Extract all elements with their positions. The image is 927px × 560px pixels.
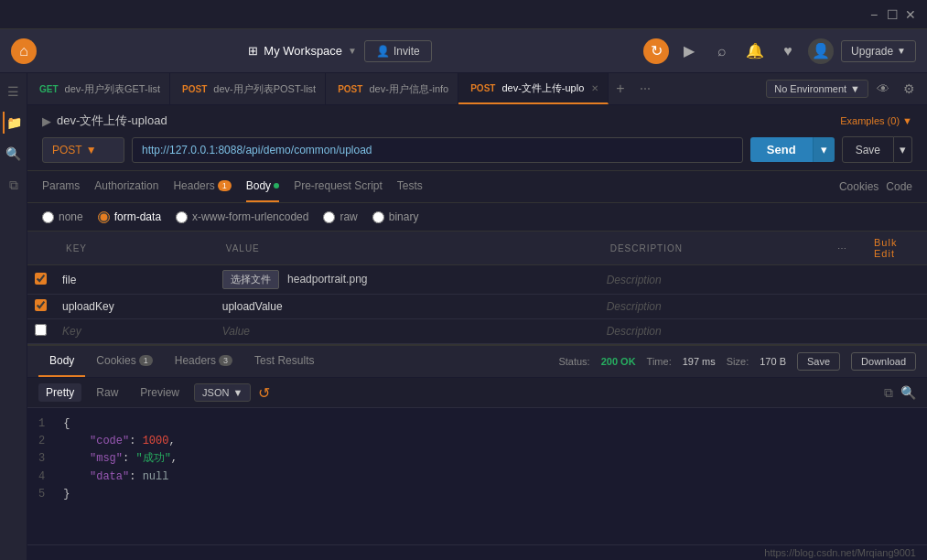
tab-body[interactable]: Body	[246, 171, 279, 202]
sidebar-item-history[interactable]: ⧉	[3, 174, 25, 196]
send-button[interactable]: Send	[750, 137, 813, 162]
navbar-left: ⌂	[11, 38, 37, 64]
json-line-2: 2 "code": 1000,	[38, 433, 916, 450]
tab-pre-request[interactable]: Pre-request Script	[294, 171, 383, 202]
sync-icon[interactable]: ↻	[643, 38, 669, 64]
footer-url: https://blog.csdn.net/Mrqiang9001	[27, 544, 927, 560]
option-binary[interactable]: binary	[372, 210, 419, 223]
json-line-5: 5 }	[38, 486, 916, 503]
radio-urlencoded[interactable]	[176, 211, 188, 223]
language-chevron: ▼	[232, 387, 243, 398]
navbar-center: ⊞ My Workspace ▼ 👤 Invite	[37, 40, 643, 62]
restore-button[interactable]: ☐	[883, 5, 901, 24]
examples-link[interactable]: Examples (0) ▼	[840, 115, 912, 126]
workspace-selector[interactable]: ⊞ My Workspace ▼	[248, 44, 357, 58]
user-avatar[interactable]: 👤	[808, 38, 834, 64]
upgrade-chevron: ▼	[897, 46, 906, 56]
file-select-button[interactable]: 选择文件	[222, 270, 279, 289]
tab-headers[interactable]: Headers 1	[173, 171, 231, 202]
url-input[interactable]: http://127.0.0.1:8088/api/demo/common/up…	[132, 137, 743, 163]
cookies-link[interactable]: Cookies	[839, 180, 878, 193]
tab-close-icon[interactable]: ✕	[591, 83, 598, 93]
method-selector[interactable]: POST ▼	[42, 137, 124, 163]
search-response-icon[interactable]: 🔍	[900, 385, 916, 401]
method-chevron: ▼	[86, 144, 97, 156]
tab-authorization[interactable]: Authorization	[94, 171, 158, 202]
tab-method-post: POST	[179, 83, 210, 95]
settings-icon[interactable]: ⚙	[898, 78, 920, 100]
environment-selector[interactable]: No Environment ▼	[766, 80, 868, 98]
save-button[interactable]: Save	[842, 136, 894, 163]
tab-params[interactable]: Params	[42, 171, 80, 202]
tab-get-list[interactable]: GET dev-用户列表GET-list	[27, 73, 170, 104]
table-row: file 选择文件 headportrait.png Description	[27, 265, 927, 295]
wrap-icon[interactable]: ↺	[258, 384, 270, 402]
upgrade-button[interactable]: Upgrade ▼	[841, 40, 916, 62]
col-value: VALUE	[215, 232, 599, 265]
response-section: Body Cookies 1 Headers 3 Test Results St…	[27, 344, 927, 544]
sidebar-item-environments[interactable]: 🔍	[3, 143, 25, 165]
tab-tests[interactable]: Tests	[397, 171, 423, 202]
tab-post-list[interactable]: POST dev-用户列表POST-list	[170, 73, 326, 104]
row3-value-placeholder: Value	[222, 325, 250, 338]
resp-tab-headers[interactable]: Headers 3	[164, 346, 243, 377]
row1-checkbox[interactable]	[35, 273, 47, 285]
radio-none[interactable]	[42, 211, 54, 223]
radio-binary[interactable]	[372, 211, 384, 223]
response-save-button[interactable]: Save	[797, 352, 840, 371]
send-dropdown-button[interactable]: ▾	[813, 137, 835, 162]
size-label: Size:	[727, 356, 749, 367]
heart-icon[interactable]: ♥	[775, 38, 801, 64]
row2-description: Description	[607, 300, 662, 313]
bulk-edit-button[interactable]: Bulk Edit	[874, 237, 897, 259]
tab-user-info[interactable]: POST dev-用户信息-info	[326, 73, 458, 104]
resp-tab-cookies[interactable]: Cookies 1	[85, 346, 163, 377]
body-dot	[274, 183, 279, 188]
response-download-button[interactable]: Download	[851, 352, 916, 371]
resp-tab-test-results[interactable]: Test Results	[243, 346, 325, 377]
row3-checkbox[interactable]	[35, 324, 47, 336]
more-tabs-button[interactable]: ⋯	[632, 73, 658, 104]
copy-icon[interactable]: ⧉	[884, 385, 893, 401]
save-dropdown-button[interactable]: ▾	[894, 136, 912, 163]
format-tab-preview[interactable]: Preview	[133, 383, 187, 402]
tab-method-post: POST	[335, 83, 365, 95]
time-value: 197 ms	[683, 356, 716, 367]
request-name: dev-文件上传-upload	[57, 113, 167, 129]
form-data-table: KEY VALUE DESCRIPTION ⋯ Bulk Edit	[27, 232, 927, 344]
invite-button[interactable]: 👤 Invite	[364, 40, 432, 62]
home-icon[interactable]: ⌂	[11, 38, 37, 64]
format-tab-raw[interactable]: Raw	[89, 383, 125, 402]
bell-icon[interactable]: 🔔	[742, 38, 768, 64]
language-selector[interactable]: JSON ▼	[194, 383, 251, 402]
tab-label: dev-用户列表POST-list	[213, 82, 316, 96]
option-none[interactable]: none	[42, 210, 83, 223]
app-body: ☰ 📁 🔍 ⧉ GET dev-用户列表GET-list POST dev-用户…	[0, 73, 927, 560]
radio-form-data[interactable]	[98, 211, 110, 223]
format-tab-pretty[interactable]: Pretty	[38, 383, 81, 402]
option-urlencoded[interactable]: x-www-form-urlencoded	[176, 210, 308, 223]
eye-icon[interactable]: 👁	[872, 78, 894, 100]
more-options-icon[interactable]: ⋯	[837, 243, 847, 253]
user-plus-icon: 👤	[376, 45, 390, 58]
tab-upload[interactable]: POST dev-文件上传-uplo ✕	[458, 73, 609, 104]
find-icon[interactable]: ⌕	[709, 38, 735, 64]
minimize-button[interactable]: −	[865, 5, 883, 24]
content-actions: ⧉ 🔍	[884, 385, 916, 401]
response-status-bar: Status: 200 OK Time: 197 ms Size: 170 B …	[558, 352, 916, 371]
status-label: Status:	[558, 356, 589, 367]
row2-checkbox[interactable]	[35, 299, 47, 311]
radio-raw[interactable]	[323, 211, 335, 223]
add-tab-button[interactable]: +	[609, 73, 631, 104]
code-link[interactable]: Code	[886, 180, 912, 193]
sidebar-item-api[interactable]: ☰	[3, 81, 25, 102]
workspace-name: My Workspace	[264, 44, 342, 58]
close-button[interactable]: ✕	[901, 5, 920, 24]
cookies-count: 1	[139, 355, 153, 366]
req-tabs-right: Cookies Code	[839, 180, 912, 193]
option-form-data[interactable]: form-data	[98, 210, 161, 223]
sidebar-item-collections[interactable]: 📁	[3, 112, 25, 134]
option-raw[interactable]: raw	[323, 210, 357, 223]
resp-tab-body[interactable]: Body	[38, 346, 85, 377]
runner-icon[interactable]: ▶	[676, 38, 702, 64]
